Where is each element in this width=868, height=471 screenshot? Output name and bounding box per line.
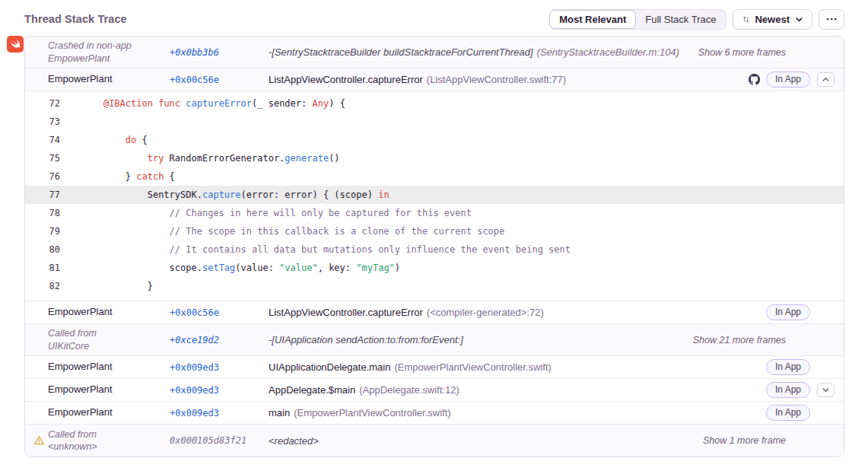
frame-source-location[interactable]: (EmpowerPlantViewController.swift) [294, 407, 450, 418]
frame-address[interactable]: +0x00c56e [170, 75, 269, 85]
frame-source-location[interactable]: (ListAppViewController.swift:77) [427, 74, 566, 85]
frame-address-value[interactable]: +0x009ed3 [170, 362, 219, 373]
sort-icon: ↑↓ [742, 14, 749, 24]
stack-frame-row[interactable]: Called fromUIKitCore+0xce19d2-[UIApplica… [25, 324, 844, 356]
code-token: } [81, 281, 153, 291]
code-text: } [60, 277, 153, 295]
show-more-frames[interactable]: Show 6 more frames [698, 47, 786, 58]
code-token [81, 244, 170, 255]
frame-address-value[interactable]: +0x0bb3b6 [170, 47, 219, 58]
frame-module-line: UIKitCore [48, 340, 170, 352]
frame-function-name: ListAppViewController.captureError [269, 74, 423, 85]
frame-source-location[interactable]: (<compiler-generated>:72) [427, 307, 544, 318]
stack-frame-row[interactable]: EmpowerPlant+0x009ed3main(EmpowerPlantVi… [25, 402, 844, 425]
frame-address[interactable]: +0x0bb3b6 [170, 47, 269, 58]
frame-address-value: 0x000105d83f21 [170, 435, 246, 446]
frame-actions: Show 6 more frames [698, 45, 844, 59]
expand-frame-button[interactable] [817, 383, 835, 397]
frame-module-line: Called from [48, 327, 170, 339]
code-token: , key: [318, 263, 357, 273]
frame-function: AppDelegate.$main(AppDelegate.swift:12) [269, 384, 766, 396]
frame-function: -[UIApplication sendAction:to:from:forEv… [269, 334, 693, 345]
frame-module: Called from<unknown> [25, 428, 170, 453]
more-options-button[interactable]: ⋯ [819, 9, 844, 30]
section-header: Thread Stack Trace Most Relevant Full St… [24, 8, 844, 30]
code-line: 79 // The scope in this callback is a cl… [25, 222, 844, 240]
code-text: // The scope in this callback is a clone… [60, 222, 504, 240]
frame-function-name: UIApplicationDelegate.main [269, 361, 390, 373]
frame-address-value[interactable]: +0x009ed3 [170, 408, 219, 418]
code-token [81, 135, 126, 145]
line-number: 79 [25, 222, 60, 240]
chevron-down-icon [795, 15, 803, 24]
code-text: @IBAction func captureError(_ sender: An… [60, 94, 345, 113]
stack-frame-row[interactable]: Crashed in non-appEmpowerPlant+0x0bb3b6-… [25, 37, 844, 68]
code-token: func [158, 98, 180, 109]
code-line: 72 @IBAction func captureError(_ sender:… [25, 94, 844, 113]
frame-address[interactable]: +0x009ed3 [170, 408, 269, 418]
stack-trace-panel: Crashed in non-appEmpowerPlant+0x0bb3b6-… [24, 36, 844, 457]
frame-function-name: main [269, 407, 290, 418]
code-token: RandomErrorGenerator. [164, 153, 285, 164]
collapse-frame-button[interactable] [817, 72, 835, 87]
in-app-badge: In App [766, 72, 810, 88]
frame-function: ListAppViewController.captureError(ListA… [269, 74, 749, 85]
github-icon[interactable] [749, 74, 760, 85]
frame-module: EmpowerPlant [25, 73, 170, 86]
expander-slot [816, 333, 835, 347]
frame-function-name: -[SentryStacktraceBuilder buildStacktrac… [269, 46, 533, 58]
frame-module-line: EmpowerPlant [48, 53, 170, 65]
frame-address-value[interactable]: +0xce19d2 [170, 335, 219, 345]
frame-address: 0x000105d83f21 [170, 435, 269, 446]
stack-frame-row[interactable]: EmpowerPlant+0x00c56eListAppViewControll… [25, 68, 844, 91]
frame-address-value[interactable]: +0x00c56e [170, 75, 219, 85]
code-token: { [164, 171, 174, 182]
code-text: // It contains all data but mutations on… [60, 240, 571, 259]
frame-module: EmpowerPlant [25, 406, 170, 419]
code-token: ) [395, 263, 400, 273]
code-token: (_ sender: [252, 98, 312, 109]
frame-address[interactable]: +0x00c56e [170, 307, 269, 318]
sort-button[interactable]: ↑↓ Newest [733, 9, 812, 30]
sort-label: Newest [755, 14, 790, 25]
stack-frame-row[interactable]: EmpowerPlant+0x009ed3UIApplicationDelega… [25, 356, 844, 379]
tab-full-stack-trace[interactable]: Full Stack Trace [635, 10, 726, 29]
frame-address-value[interactable]: +0x00c56e [170, 307, 219, 318]
frame-address[interactable]: +0x009ed3 [170, 385, 269, 396]
code-token: try [148, 153, 164, 164]
frame-function: -[SentryStacktraceBuilder buildStacktrac… [269, 46, 698, 58]
code-token: catch [136, 171, 164, 182]
code-text [60, 113, 81, 131]
code-token: // Changes in here will only be captured… [170, 208, 472, 218]
stack-frame-row[interactable]: EmpowerPlant+0x00c56eListAppViewControll… [25, 301, 844, 324]
frame-source-location[interactable]: (SentryStacktraceBuilder.m:104) [537, 46, 679, 58]
code-text: scope.setTag(value: "value", key: "myTag… [60, 259, 400, 277]
frame-function: main(EmpowerPlantViewController.swift) [269, 407, 766, 418]
frame-function-name: AppDelegate.$main [269, 384, 355, 396]
code-text: try RandomErrorGenerator.generate() [60, 149, 340, 167]
chevron-down-icon [822, 386, 830, 394]
show-more-frames[interactable]: Show 1 more frame [703, 435, 786, 446]
highlighted-code-line: 77 SentrySDK.capture(error: error) { (sc… [25, 186, 844, 204]
code-token: "value" [279, 263, 318, 273]
code-line: 81 scope.setTag(value: "value", key: "my… [25, 259, 844, 277]
line-number: 81 [25, 259, 60, 277]
stack-frame-row[interactable]: EmpowerPlant+0x009ed3AppDelegate.$main(A… [25, 379, 844, 402]
frame-module-line: <unknown> [48, 441, 170, 453]
frame-source-location[interactable]: (EmpowerPlantViewController.swift) [394, 361, 551, 373]
frame-module-line: EmpowerPlant [48, 306, 170, 319]
line-number: 78 [25, 204, 60, 222]
frame-module-line: EmpowerPlant [48, 406, 170, 419]
frame-address-value[interactable]: +0x009ed3 [170, 385, 219, 396]
show-more-frames[interactable]: Show 21 more frames [693, 335, 786, 345]
frame-address[interactable]: +0x009ed3 [170, 362, 269, 373]
ellipsis-icon: ⋯ [826, 12, 838, 26]
tab-most-relevant[interactable]: Most Relevant [549, 10, 636, 29]
line-number: 80 [25, 240, 60, 259]
stack-frame-row[interactable]: Called from<unknown>0x000105d83f21<redac… [25, 425, 844, 457]
frame-source-location[interactable]: (AppDelegate.swift:12) [359, 384, 459, 396]
code-token: generate [285, 153, 329, 164]
frame-module-line: Crashed in non-app [48, 40, 170, 52]
frame-address[interactable]: +0xce19d2 [170, 335, 269, 345]
code-token [81, 226, 170, 237]
